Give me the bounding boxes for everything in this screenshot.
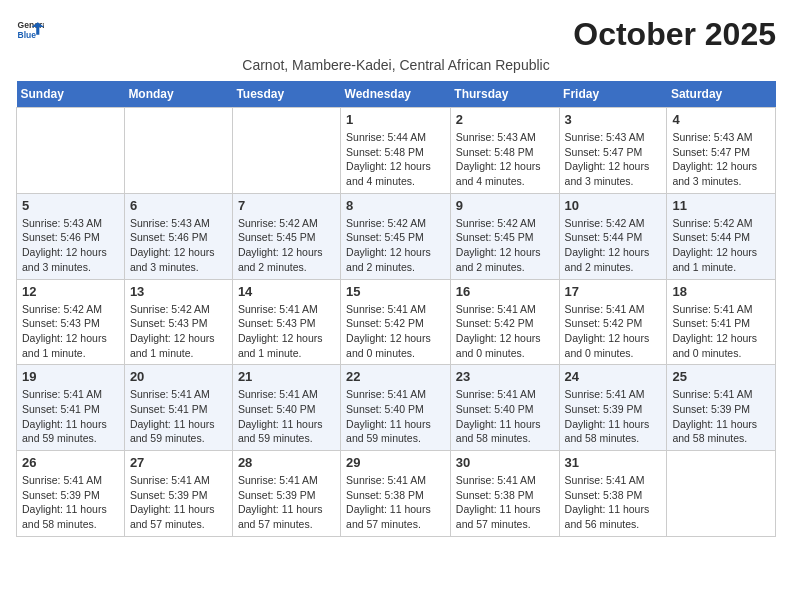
day-info: Sunrise: 5:42 AM Sunset: 5:45 PM Dayligh… xyxy=(456,216,554,275)
day-info: Sunrise: 5:41 AM Sunset: 5:40 PM Dayligh… xyxy=(238,387,335,446)
calendar-body: 1Sunrise: 5:44 AM Sunset: 5:48 PM Daylig… xyxy=(17,108,776,537)
location: Carnot, Mambere-Kadei, Central African R… xyxy=(16,57,776,73)
day-info: Sunrise: 5:41 AM Sunset: 5:41 PM Dayligh… xyxy=(22,387,119,446)
day-number: 9 xyxy=(456,198,554,213)
day-cell-22: 22Sunrise: 5:41 AM Sunset: 5:40 PM Dayli… xyxy=(341,365,451,451)
day-cell-30: 30Sunrise: 5:41 AM Sunset: 5:38 PM Dayli… xyxy=(450,451,559,537)
empty-cell xyxy=(667,451,776,537)
day-cell-4: 4Sunrise: 5:43 AM Sunset: 5:47 PM Daylig… xyxy=(667,108,776,194)
logo: General Blue xyxy=(16,16,44,44)
day-info: Sunrise: 5:42 AM Sunset: 5:45 PM Dayligh… xyxy=(238,216,335,275)
header-cell-wednesday: Wednesday xyxy=(341,81,451,108)
day-number: 5 xyxy=(22,198,119,213)
header-cell-friday: Friday xyxy=(559,81,667,108)
day-cell-18: 18Sunrise: 5:41 AM Sunset: 5:41 PM Dayli… xyxy=(667,279,776,365)
day-info: Sunrise: 5:41 AM Sunset: 5:42 PM Dayligh… xyxy=(346,302,445,361)
day-number: 23 xyxy=(456,369,554,384)
day-info: Sunrise: 5:43 AM Sunset: 5:48 PM Dayligh… xyxy=(456,130,554,189)
day-cell-8: 8Sunrise: 5:42 AM Sunset: 5:45 PM Daylig… xyxy=(341,193,451,279)
logo-icon: General Blue xyxy=(16,16,44,44)
day-info: Sunrise: 5:41 AM Sunset: 5:38 PM Dayligh… xyxy=(346,473,445,532)
title-section: October 2025 xyxy=(573,16,776,53)
header-row: SundayMondayTuesdayWednesdayThursdayFrid… xyxy=(17,81,776,108)
day-cell-27: 27Sunrise: 5:41 AM Sunset: 5:39 PM Dayli… xyxy=(124,451,232,537)
day-info: Sunrise: 5:43 AM Sunset: 5:46 PM Dayligh… xyxy=(22,216,119,275)
week-row-4: 19Sunrise: 5:41 AM Sunset: 5:41 PM Dayli… xyxy=(17,365,776,451)
day-number: 24 xyxy=(565,369,662,384)
day-info: Sunrise: 5:41 AM Sunset: 5:39 PM Dayligh… xyxy=(130,473,227,532)
day-cell-23: 23Sunrise: 5:41 AM Sunset: 5:40 PM Dayli… xyxy=(450,365,559,451)
day-cell-2: 2Sunrise: 5:43 AM Sunset: 5:48 PM Daylig… xyxy=(450,108,559,194)
day-cell-25: 25Sunrise: 5:41 AM Sunset: 5:39 PM Dayli… xyxy=(667,365,776,451)
day-info: Sunrise: 5:44 AM Sunset: 5:48 PM Dayligh… xyxy=(346,130,445,189)
day-info: Sunrise: 5:41 AM Sunset: 5:40 PM Dayligh… xyxy=(456,387,554,446)
month-title: October 2025 xyxy=(573,16,776,53)
day-info: Sunrise: 5:41 AM Sunset: 5:41 PM Dayligh… xyxy=(672,302,770,361)
day-number: 19 xyxy=(22,369,119,384)
day-info: Sunrise: 5:41 AM Sunset: 5:41 PM Dayligh… xyxy=(130,387,227,446)
header-cell-sunday: Sunday xyxy=(17,81,125,108)
day-number: 17 xyxy=(565,284,662,299)
week-row-3: 12Sunrise: 5:42 AM Sunset: 5:43 PM Dayli… xyxy=(17,279,776,365)
day-cell-10: 10Sunrise: 5:42 AM Sunset: 5:44 PM Dayli… xyxy=(559,193,667,279)
day-info: Sunrise: 5:41 AM Sunset: 5:42 PM Dayligh… xyxy=(456,302,554,361)
day-number: 25 xyxy=(672,369,770,384)
day-number: 18 xyxy=(672,284,770,299)
day-cell-24: 24Sunrise: 5:41 AM Sunset: 5:39 PM Dayli… xyxy=(559,365,667,451)
day-info: Sunrise: 5:43 AM Sunset: 5:47 PM Dayligh… xyxy=(672,130,770,189)
day-info: Sunrise: 5:43 AM Sunset: 5:46 PM Dayligh… xyxy=(130,216,227,275)
day-cell-26: 26Sunrise: 5:41 AM Sunset: 5:39 PM Dayli… xyxy=(17,451,125,537)
day-info: Sunrise: 5:43 AM Sunset: 5:47 PM Dayligh… xyxy=(565,130,662,189)
day-info: Sunrise: 5:42 AM Sunset: 5:44 PM Dayligh… xyxy=(565,216,662,275)
day-cell-1: 1Sunrise: 5:44 AM Sunset: 5:48 PM Daylig… xyxy=(341,108,451,194)
day-cell-11: 11Sunrise: 5:42 AM Sunset: 5:44 PM Dayli… xyxy=(667,193,776,279)
week-row-5: 26Sunrise: 5:41 AM Sunset: 5:39 PM Dayli… xyxy=(17,451,776,537)
day-cell-21: 21Sunrise: 5:41 AM Sunset: 5:40 PM Dayli… xyxy=(232,365,340,451)
header-cell-monday: Monday xyxy=(124,81,232,108)
day-number: 26 xyxy=(22,455,119,470)
day-cell-19: 19Sunrise: 5:41 AM Sunset: 5:41 PM Dayli… xyxy=(17,365,125,451)
day-number: 12 xyxy=(22,284,119,299)
day-number: 27 xyxy=(130,455,227,470)
day-cell-14: 14Sunrise: 5:41 AM Sunset: 5:43 PM Dayli… xyxy=(232,279,340,365)
header: General Blue October 2025 xyxy=(16,16,776,53)
day-info: Sunrise: 5:41 AM Sunset: 5:39 PM Dayligh… xyxy=(22,473,119,532)
day-info: Sunrise: 5:41 AM Sunset: 5:43 PM Dayligh… xyxy=(238,302,335,361)
day-info: Sunrise: 5:41 AM Sunset: 5:39 PM Dayligh… xyxy=(238,473,335,532)
day-number: 29 xyxy=(346,455,445,470)
day-number: 1 xyxy=(346,112,445,127)
svg-text:Blue: Blue xyxy=(18,30,37,40)
day-info: Sunrise: 5:41 AM Sunset: 5:38 PM Dayligh… xyxy=(456,473,554,532)
day-cell-16: 16Sunrise: 5:41 AM Sunset: 5:42 PM Dayli… xyxy=(450,279,559,365)
day-info: Sunrise: 5:42 AM Sunset: 5:43 PM Dayligh… xyxy=(22,302,119,361)
day-cell-7: 7Sunrise: 5:42 AM Sunset: 5:45 PM Daylig… xyxy=(232,193,340,279)
day-number: 22 xyxy=(346,369,445,384)
header-cell-tuesday: Tuesday xyxy=(232,81,340,108)
day-cell-5: 5Sunrise: 5:43 AM Sunset: 5:46 PM Daylig… xyxy=(17,193,125,279)
day-number: 8 xyxy=(346,198,445,213)
week-row-2: 5Sunrise: 5:43 AM Sunset: 5:46 PM Daylig… xyxy=(17,193,776,279)
day-cell-20: 20Sunrise: 5:41 AM Sunset: 5:41 PM Dayli… xyxy=(124,365,232,451)
day-cell-3: 3Sunrise: 5:43 AM Sunset: 5:47 PM Daylig… xyxy=(559,108,667,194)
day-info: Sunrise: 5:42 AM Sunset: 5:44 PM Dayligh… xyxy=(672,216,770,275)
calendar-table: SundayMondayTuesdayWednesdayThursdayFrid… xyxy=(16,81,776,537)
day-number: 21 xyxy=(238,369,335,384)
day-number: 10 xyxy=(565,198,662,213)
day-info: Sunrise: 5:41 AM Sunset: 5:39 PM Dayligh… xyxy=(565,387,662,446)
day-info: Sunrise: 5:41 AM Sunset: 5:38 PM Dayligh… xyxy=(565,473,662,532)
day-number: 14 xyxy=(238,284,335,299)
day-info: Sunrise: 5:42 AM Sunset: 5:43 PM Dayligh… xyxy=(130,302,227,361)
day-cell-9: 9Sunrise: 5:42 AM Sunset: 5:45 PM Daylig… xyxy=(450,193,559,279)
day-number: 30 xyxy=(456,455,554,470)
day-cell-28: 28Sunrise: 5:41 AM Sunset: 5:39 PM Dayli… xyxy=(232,451,340,537)
week-row-1: 1Sunrise: 5:44 AM Sunset: 5:48 PM Daylig… xyxy=(17,108,776,194)
day-number: 7 xyxy=(238,198,335,213)
header-cell-saturday: Saturday xyxy=(667,81,776,108)
empty-cell xyxy=(232,108,340,194)
day-number: 16 xyxy=(456,284,554,299)
day-info: Sunrise: 5:41 AM Sunset: 5:42 PM Dayligh… xyxy=(565,302,662,361)
day-info: Sunrise: 5:41 AM Sunset: 5:40 PM Dayligh… xyxy=(346,387,445,446)
day-cell-12: 12Sunrise: 5:42 AM Sunset: 5:43 PM Dayli… xyxy=(17,279,125,365)
empty-cell xyxy=(17,108,125,194)
day-number: 3 xyxy=(565,112,662,127)
